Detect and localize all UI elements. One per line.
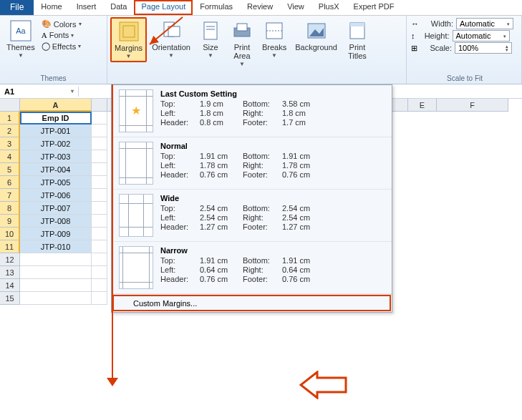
breaks-icon — [263, 19, 286, 42]
cell[interactable]: JTP-010 — [20, 240, 92, 253]
cell[interactable] — [92, 253, 107, 266]
scale-value: 100% — [458, 44, 478, 52]
svg-rect-11 — [266, 23, 282, 39]
tab-home[interactable]: Home — [34, 0, 69, 15]
width-select[interactable]: Automatic▾ — [456, 18, 513, 29]
row-header[interactable]: 9 — [0, 215, 20, 228]
ribbon-body: Aa Themes ▼ 🎨 Colors ▾ A Fonts ▾ ◯ — [0, 16, 522, 84]
col-header-f[interactable]: F — [437, 99, 508, 112]
tab-page-layout[interactable]: Page Layout — [134, 0, 193, 15]
row-header[interactable]: 3 — [0, 137, 20, 150]
row-header[interactable]: 13 — [0, 266, 20, 279]
tab-formulas[interactable]: Formulas — [193, 0, 240, 15]
row-header[interactable]: 8 — [0, 202, 20, 215]
tab-file[interactable]: File — [0, 0, 34, 15]
print-titles-button[interactable]: Print Titles — [342, 17, 372, 62]
effects-button[interactable]: ◯ Effects ▾ — [40, 41, 83, 52]
row-header[interactable]: 7 — [0, 189, 20, 202]
margins-normal[interactable]: Normal Top:1.91 cm Bottom:1.91 cm Left:1… — [112, 137, 392, 190]
cell[interactable]: JTP-008 — [20, 215, 92, 228]
row-header[interactable]: 14 — [0, 279, 20, 292]
cell[interactable] — [92, 279, 107, 292]
row-header[interactable]: 10 — [0, 228, 20, 240]
width-value: Automatic — [460, 19, 495, 28]
cell[interactable]: JTP-007 — [20, 202, 92, 215]
themes-button[interactable]: Aa Themes ▼ — [3, 17, 39, 61]
breaks-button[interactable]: Breaks ▼ — [258, 17, 290, 61]
select-all-corner[interactable] — [0, 99, 20, 112]
row-header[interactable]: 5 — [0, 163, 20, 176]
name-box-value: A1 — [4, 87, 14, 96]
print-area-icon — [231, 19, 253, 42]
margins-button[interactable]: Margins ▼ — [110, 17, 147, 62]
cell[interactable] — [92, 240, 107, 253]
cell[interactable]: JTP-004 — [20, 163, 92, 176]
svg-rect-16 — [350, 23, 364, 26]
cell[interactable] — [20, 292, 92, 305]
row-header[interactable]: 2 — [0, 124, 20, 137]
cell[interactable] — [92, 112, 107, 124]
col-header-a[interactable]: A — [20, 99, 92, 112]
group-themes: Aa Themes ▼ 🎨 Colors ▾ A Fonts ▾ ◯ — [0, 16, 107, 84]
background-button[interactable]: Background — [291, 17, 341, 54]
annotation-arrow-icon — [147, 14, 190, 57]
margins-last-custom[interactable]: Last Custom Setting Top:1.9 cm Bottom:3.… — [112, 85, 392, 137]
svg-rect-2 — [120, 22, 138, 41]
tab-expert-pdf[interactable]: Expert PDF — [347, 0, 402, 15]
cell[interactable] — [20, 266, 92, 279]
row-header[interactable]: 11 — [0, 240, 20, 253]
fonts-button[interactable]: A Fonts ▾ — [40, 30, 83, 40]
themes-label: Themes — [6, 43, 35, 52]
cell[interactable] — [92, 215, 107, 228]
cell[interactable]: JTP-009 — [20, 228, 92, 240]
annotation-line — [112, 84, 113, 384]
group-scale-label: Scale to Fit — [411, 74, 518, 84]
custom-margins-button[interactable]: Custom Margins... — [112, 294, 392, 312]
cell[interactable] — [92, 176, 107, 189]
row-header[interactable]: 6 — [0, 176, 20, 189]
col-header-b[interactable] — [92, 99, 107, 112]
scale-row: ⊞ Scale: 100%▴▾ — [411, 42, 518, 54]
background-label: Background — [295, 43, 337, 52]
tab-data[interactable]: Data — [103, 0, 134, 15]
height-select[interactable]: Automatic▾ — [453, 30, 510, 41]
cell[interactable] — [92, 228, 107, 240]
cell[interactable]: JTP-003 — [20, 150, 92, 163]
cell[interactable] — [20, 279, 92, 292]
row-header[interactable]: 1 — [0, 112, 20, 124]
cell[interactable] — [92, 266, 107, 279]
cell[interactable]: JTP-001 — [20, 124, 92, 137]
margins-narrow[interactable]: Narrow Top:1.91 cm Bottom:1.91 cm Left:0… — [112, 242, 392, 294]
cell[interactable] — [92, 137, 107, 150]
colors-label: Colors — [54, 20, 77, 29]
colors-button[interactable]: 🎨 Colors ▾ — [40, 19, 83, 29]
tab-review[interactable]: Review — [240, 0, 280, 15]
chevron-down-icon: ▼ — [126, 53, 132, 59]
cell[interactable]: JTP-002 — [20, 137, 92, 150]
cell[interactable] — [92, 124, 107, 137]
cell[interactable] — [92, 292, 107, 305]
scale-input[interactable]: 100%▴▾ — [455, 42, 512, 54]
cell[interactable]: JTP-006 — [20, 189, 92, 202]
margins-wide[interactable]: Wide Top:2.54 cm Bottom:2.54 cm Left:2.5… — [112, 190, 392, 242]
col-header-e[interactable]: E — [408, 99, 437, 112]
cell[interactable] — [92, 202, 107, 215]
row-header[interactable]: 12 — [0, 253, 20, 266]
margins-thumb-icon — [119, 246, 153, 289]
cell[interactable]: Emp ID — [20, 112, 92, 124]
tab-insert[interactable]: Insert — [69, 0, 104, 15]
cell[interactable] — [92, 189, 107, 202]
name-box[interactable]: A1 ▾ — [0, 87, 79, 97]
size-label: Size — [203, 43, 218, 52]
cell[interactable] — [20, 253, 92, 266]
row-header[interactable]: 15 — [0, 292, 20, 305]
size-button[interactable]: Size ▼ — [195, 17, 226, 61]
annotation-block-arrow-icon — [299, 371, 349, 399]
tab-view[interactable]: View — [280, 0, 311, 15]
cell[interactable]: JTP-005 — [20, 176, 92, 189]
print-area-button[interactable]: Print Area ▼ — [227, 17, 257, 69]
row-header[interactable]: 4 — [0, 150, 20, 163]
cell[interactable] — [92, 163, 107, 176]
cell[interactable] — [92, 150, 107, 163]
tab-plusx[interactable]: PlusX — [311, 0, 347, 15]
